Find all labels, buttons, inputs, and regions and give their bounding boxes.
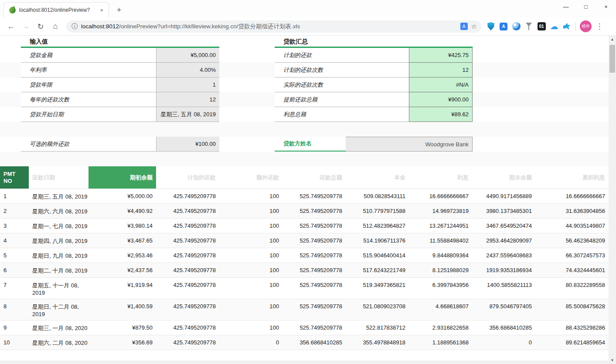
address-bar[interactable]: ⓘ localhost:8012/onlinePreview?url=http:… [66, 20, 481, 33]
table-cell: 425.7495209778 [156, 219, 219, 233]
table-cell: 5 [0, 248, 29, 263]
forward-button[interactable]: → [18, 19, 33, 34]
table-cell: 425.7495209778 [156, 233, 219, 248]
table-cell: 89.6214859654 [535, 335, 609, 350]
table-cell: 1400.5855821113 [472, 278, 535, 299]
table-cell: 355.4978848918 [346, 335, 409, 350]
table-cell: 16.6666666667 [409, 189, 472, 203]
bird-extension-icon[interactable] [562, 22, 571, 31]
table-row: 8星期日, 十二月 08, 2019¥1,400.59425.749520977… [0, 299, 609, 320]
translator-extension-icon[interactable]: A [499, 22, 508, 31]
table-cell: 356.6868410285 [472, 320, 535, 335]
window-maximize-button[interactable]: □ [576, 0, 596, 13]
table-cell: 879.5046797405 [472, 299, 535, 320]
browser-menu-icon[interactable]: ⋮ [593, 20, 606, 33]
browser-toolbar: ← → ↻ ⌂ ⓘ localhost:8012/onlinePreview?u… [0, 17, 616, 36]
table-cell: ¥3,980.14 [88, 219, 156, 233]
column-header: 利息 [409, 166, 472, 189]
table-row: 2星期六, 六月 08, 2019¥4,490.92425.7495209778… [0, 204, 609, 219]
summary-label: 实际的还款次数 [275, 78, 409, 92]
table-cell: 0 [472, 335, 535, 350]
table-cell: 星期六, 二月 08, 2020 [29, 335, 88, 350]
table-row: 6星期二, 十月 08, 2019¥2,437.56425.7495209778… [0, 263, 609, 278]
home-button[interactable]: ⌂ [48, 19, 63, 34]
bookmark-star-icon[interactable]: ☆ [471, 23, 477, 30]
table-cell: 425.7495209778 [156, 335, 219, 350]
table-cell: 509.0828543111 [346, 189, 409, 203]
table-cell: 525.7495209778 [282, 299, 346, 320]
amortization-table: PMT NO还款日期期初余额计划的还款额外还款还款总额本金利息期末余额累积利息 … [0, 166, 609, 350]
input-value: 星期三, 五月 08, 2019 [156, 107, 219, 122]
table-cell: 425.7495209778 [156, 278, 219, 299]
summary-value: ¥900.00 [409, 92, 473, 107]
input-section: 输入值 贷款金额¥5,000.00年利率4.00%贷款年限1每年的还款次数12贷… [21, 36, 219, 122]
vertical-scrollbar[interactable]: ▲ ▼ [609, 36, 616, 364]
browser-tab[interactable]: localhost:8012/onlinePreview? × [3, 2, 109, 17]
column-header: 期初余额 [88, 166, 156, 189]
table-cell: 425.7495209778 [156, 320, 219, 335]
input-label: 贷款金额 [21, 48, 156, 63]
table-cell: 517.6243221749 [346, 263, 409, 277]
input-value: 1 [156, 78, 219, 92]
table-cell: 星期五, 十一月 08, 2019 [29, 278, 88, 299]
table-cell: ¥879.50 [88, 320, 156, 335]
table-cell: 100 [219, 248, 282, 263]
scrollbar-thumb[interactable] [609, 45, 615, 73]
table-cell: ¥356.69 [88, 335, 156, 350]
shield-extension-icon[interactable] [487, 22, 495, 31]
profile-avatar[interactable]: 精华 [580, 20, 592, 32]
table-cell: 525.7495209778 [282, 233, 346, 248]
input-value: ¥5,000.00 [156, 48, 219, 63]
input-label: 贷款年限 [21, 78, 156, 92]
horizontal-scrollbar[interactable] [0, 361, 609, 364]
table-cell: 100 [219, 204, 282, 218]
summary-row: 利息总额¥89.62 [275, 107, 473, 122]
summary-value: ¥89.62 [409, 107, 473, 122]
table-cell: ¥4,490.92 [88, 204, 156, 218]
cloud-extension-icon[interactable]: ☁ [550, 22, 558, 31]
browser-ball-extension-icon[interactable] [512, 22, 521, 31]
input-row: 贷款年限1 [21, 78, 219, 92]
table-cell: 425.7495209778 [156, 248, 219, 263]
extra-payment-row: 可选的额外还款 ¥100.00 [21, 137, 219, 152]
table-cell: 521.0809023708 [346, 299, 409, 320]
table-row: 1星期三, 五月 08, 2019¥5,000.00425.7495209778… [0, 189, 609, 204]
table-cell: 6 [0, 263, 29, 277]
summary-label: 利息总额 [275, 107, 409, 122]
table-cell: 2953.4642809097 [472, 233, 535, 248]
scroll-down-icon[interactable]: ▼ [609, 357, 616, 364]
summary-value: ¥425.75 [409, 48, 473, 63]
table-cell: 74.4324445601 [535, 263, 609, 277]
summary-row: 实际的还款次数#N/A [275, 78, 473, 92]
translate-icon[interactable]: A [460, 23, 468, 30]
tab-close-icon[interactable]: × [97, 6, 106, 14]
reload-button[interactable]: ↻ [33, 19, 48, 34]
site-info-icon[interactable]: ⓘ [71, 23, 78, 30]
scroll-up-icon[interactable]: ▲ [609, 36, 616, 43]
extensions-bar: A 01 ☁ [487, 22, 571, 31]
summary-label: 提前还款总额 [275, 92, 409, 107]
table-cell: 100 [219, 278, 282, 299]
table-cell: 100 [219, 299, 282, 320]
table-cell: 80.8322289558 [535, 278, 609, 299]
amortization-table-header: PMT NO还款日期期初余额计划的还款额外还款还款总额本金利息期末余额累积利息 [0, 166, 609, 189]
window-close-button[interactable]: × [596, 0, 616, 13]
table-cell: 100 [219, 233, 282, 248]
table-cell: 512.4823964827 [346, 219, 409, 233]
table-cell: 8.1251988029 [409, 263, 472, 277]
antenna-extension-icon[interactable] [524, 22, 533, 31]
back-button[interactable]: ← [3, 19, 18, 34]
table-cell: 3980.1373485301 [472, 204, 535, 218]
window-minimize-button[interactable]: — [556, 0, 576, 13]
new-tab-button[interactable]: + [113, 4, 125, 16]
table-cell: 100 [219, 263, 282, 277]
window-controls: — □ × [556, 0, 616, 13]
table-cell: 7 [0, 278, 29, 299]
row-stripe [0, 122, 609, 137]
table-cell: 9.8448809364 [409, 248, 472, 263]
table-cell: 星期四, 八月 08, 2019 [29, 233, 88, 248]
date-badge-extension-icon[interactable]: 01 [537, 22, 546, 31]
table-cell: 514.1906711376 [346, 233, 409, 248]
toolbar-divider [575, 22, 576, 31]
column-header: 还款总额 [282, 166, 346, 189]
